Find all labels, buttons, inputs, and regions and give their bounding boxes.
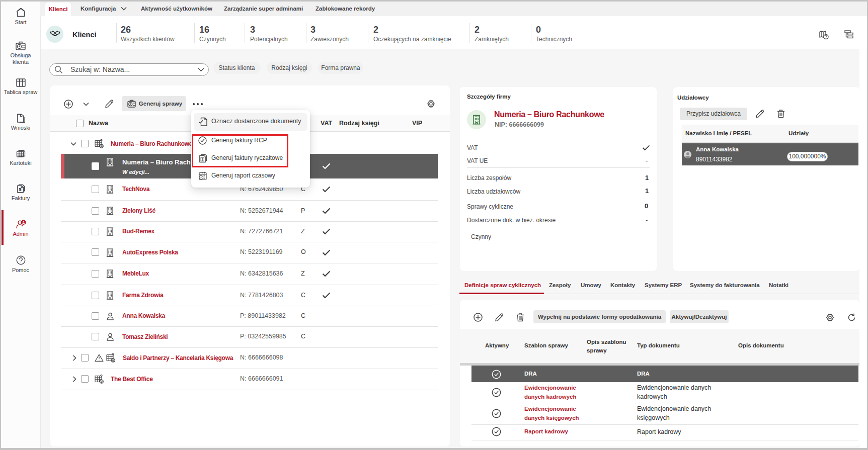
svg-text:$: $ — [19, 187, 21, 192]
